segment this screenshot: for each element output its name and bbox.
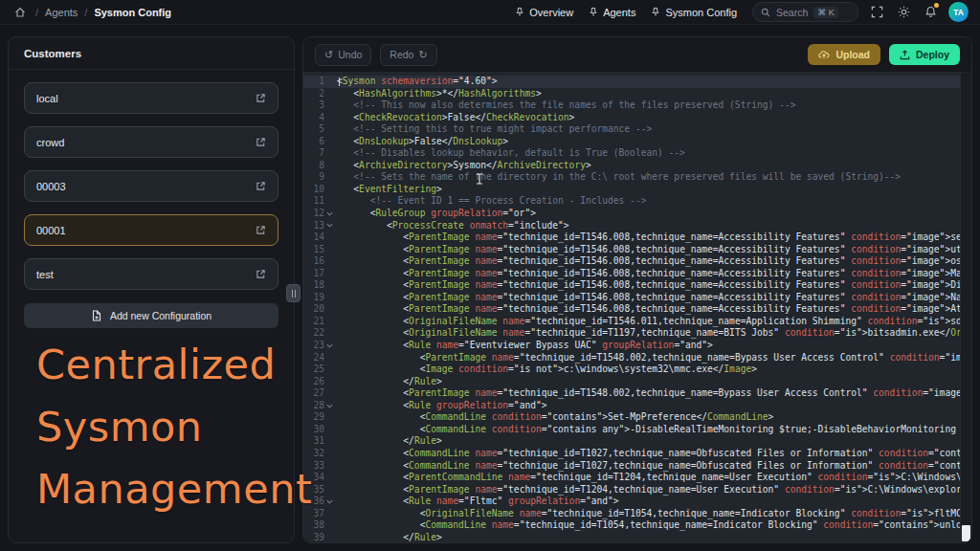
line-number: 21: [303, 316, 324, 328]
code-line[interactable]: 20 <ParentImage name="technique_id=T1546…: [303, 303, 971, 316]
code-line[interactable]: 15 <ParentImage name="technique_id=T1546…: [303, 244, 971, 256]
quick-link-overview[interactable]: Overview: [515, 7, 573, 18]
code-line[interactable]: 18 <ParentImage name="technique_id=T1546…: [303, 279, 971, 292]
customer-card-00003[interactable]: 00003: [24, 170, 278, 202]
line-number: 4: [303, 112, 324, 124]
line-number: 8: [303, 160, 324, 172]
fold-spacer: [324, 136, 335, 148]
upload-button[interactable]: Upload: [808, 44, 880, 65]
code-line[interactable]: 32 <CommandLine name="technique_id=T1027…: [303, 448, 971, 460]
code-line[interactable]: 12 <RuleGroup groupRelation="or">: [303, 208, 971, 220]
code-line[interactable]: 36 <Rule name="Fltmc" groupRelation="and…: [303, 496, 971, 508]
editor-scrollbar-thumb[interactable]: [962, 525, 970, 541]
line-number: 5: [303, 123, 324, 136]
line-number: 12: [303, 208, 324, 220]
customer-card-crowd[interactable]: crowd: [24, 126, 278, 158]
code-line[interactable]: 37 <OriginalFileName name="technique_id=…: [303, 508, 971, 520]
quick-link-sysmon-config[interactable]: Sysmon Config: [651, 7, 737, 18]
code-line[interactable]: 10 <EventFiltering>: [303, 184, 971, 196]
customer-card-local[interactable]: local: [24, 82, 278, 114]
fold-chevron-icon[interactable]: [324, 220, 335, 232]
code-line-content: <CommandLine name="technique_id=T1027,te…: [335, 460, 971, 473]
code-line[interactable]: 17 <ParentImage name="technique_id=T1546…: [303, 268, 971, 280]
search-input[interactable]: Search ⌘ K: [752, 2, 858, 22]
line-number: 2: [303, 88, 324, 100]
code-line[interactable]: 27 <ParentImage name="technique_id=T1548…: [303, 387, 971, 400]
undo-button[interactable]: ↺ Undo: [315, 44, 371, 66]
code-line-content: <ParentImage name="technique_id=T1546.00…: [335, 244, 971, 256]
code-line[interactable]: 7 <!-- Disables lookup behavior, default…: [303, 147, 971, 160]
external-link-icon[interactable]: [256, 181, 266, 191]
code-line[interactable]: 38 <CommandLine name="technique_id=T1054…: [303, 519, 971, 532]
fold-chevron-icon[interactable]: [324, 208, 335, 220]
notifications-bell-icon[interactable]: [922, 4, 939, 21]
code-line[interactable]: 24 <ParentImage name="technique_id=T1548…: [303, 352, 971, 364]
code-line-content: <ParentImage name="technique_id=T1546.00…: [335, 231, 971, 244]
code-line-content: <CommandLine name="technique_id=T1054,te…: [335, 519, 971, 532]
code-line[interactable]: 3 <!-- This now also determines the file…: [303, 99, 971, 112]
home-icon[interactable]: [11, 4, 29, 21]
code-line[interactable]: 29 <CommandLine condition="contains">Set…: [303, 411, 971, 424]
fold-chevron-icon[interactable]: [324, 340, 335, 352]
code-line[interactable]: 16 <ParentImage name="technique_id=T1546…: [303, 255, 971, 268]
external-link-icon[interactable]: [256, 93, 266, 103]
code-line[interactable]: 28 <Rule groupRelation="and">: [303, 400, 971, 412]
code-line[interactable]: 1<Sysmon schemaversion="4.60">: [303, 76, 971, 88]
line-number: 7: [303, 147, 324, 160]
overlay-line-3: Management: [36, 458, 312, 520]
add-configuration-label: Add new Configuration: [110, 310, 212, 321]
code-line[interactable]: 5 <!-- Setting this to true might impact…: [303, 123, 971, 136]
add-configuration-button[interactable]: Add new Configuration: [24, 303, 278, 328]
code-line[interactable]: 13 <ProcessCreate onmatch="include">: [303, 220, 971, 232]
code-line[interactable]: 39 </Rule>: [303, 532, 971, 542]
code-line[interactable]: 21 <OriginalFileName name="technique_id=…: [303, 316, 971, 328]
code-line-content: <CommandLine condition="contains any">-D…: [335, 424, 971, 436]
external-link-icon[interactable]: [256, 225, 266, 235]
customer-name: crowd: [36, 137, 64, 148]
code-line[interactable]: 30 <CommandLine condition="contains any"…: [303, 424, 971, 436]
line-number: 17: [303, 268, 324, 280]
code-line[interactable]: 22 <OriginalFileName name="technique_id=…: [303, 327, 971, 340]
code-line[interactable]: 26 </Rule>: [303, 376, 971, 388]
code-line[interactable]: 25 <Image condition="is not">c:\windows\…: [303, 364, 971, 376]
line-number: 15: [303, 244, 324, 256]
code-line[interactable]: 33 <CommandLine name="technique_id=T1027…: [303, 460, 971, 473]
fold-spacer: [324, 532, 335, 542]
code-line[interactable]: 8 <ArchiveDirectory>Sysmon</ArchiveDirec…: [303, 160, 971, 172]
external-link-icon[interactable]: [256, 137, 266, 147]
code-line-content: <CommandLine condition="contains">Set-Mp…: [335, 411, 971, 424]
code-line[interactable]: 14 <ParentImage name="technique_id=T1546…: [303, 231, 971, 244]
code-line[interactable]: 9 <!-- Sets the name of the directory in…: [303, 171, 971, 184]
code-line[interactable]: 6 <DnsLookup>False</DnsLookup>: [303, 136, 971, 148]
theme-sun-icon[interactable]: [895, 4, 912, 21]
code-line[interactable]: 4 <CheckRevocation>False</CheckRevocatio…: [303, 112, 971, 124]
code-line[interactable]: 31 </Rule>: [303, 435, 971, 448]
code-line-content: <HashAlgorithms>*</HashAlgorithms>: [335, 88, 971, 100]
code-line[interactable]: 34 <ParentCommandLine name="technique_id…: [303, 472, 971, 484]
line-number: 16: [303, 255, 324, 268]
panel-resize-handle[interactable]: [286, 284, 301, 302]
fold-chevron-icon[interactable]: [324, 400, 335, 412]
code-line[interactable]: 11 <!-- Event ID 1 == Process Creation -…: [303, 195, 971, 208]
redo-button[interactable]: Redo ↻: [380, 44, 436, 66]
breadcrumb-agents[interactable]: Agents: [45, 7, 78, 18]
editor-scrollbar[interactable]: [960, 73, 971, 542]
code-line[interactable]: 2 <HashAlgorithms>*</HashAlgorithms>: [303, 88, 971, 100]
external-link-icon[interactable]: [256, 269, 266, 279]
code-line[interactable]: 19 <ParentImage name="technique_id=T1546…: [303, 292, 971, 304]
code-line[interactable]: 35 <ParentImage name="technique_id=T1204…: [303, 484, 971, 496]
customer-card-test[interactable]: test: [24, 258, 278, 290]
quick-link-agents[interactable]: Agents: [589, 7, 635, 18]
fold-spacer: [324, 279, 335, 292]
fullscreen-icon[interactable]: [868, 4, 885, 21]
code-editor[interactable]: 1<Sysmon schemaversion="4.60">2 <HashAlg…: [303, 73, 971, 542]
config-editor-panel: ↺ Undo Redo ↻ Upload Deploy 1<: [302, 36, 972, 543]
code-line-content: <ArchiveDirectory>Sysmon</ArchiveDirecto…: [335, 160, 971, 172]
fold-chevron-icon[interactable]: [324, 496, 335, 508]
code-line[interactable]: 23 <Rule name="Eventviewer Bypass UAC" g…: [303, 340, 971, 352]
line-number: 1: [303, 76, 324, 88]
fold-spacer: [324, 327, 335, 340]
deploy-button[interactable]: Deploy: [889, 44, 960, 65]
avatar[interactable]: TA: [948, 2, 969, 22]
customer-card-00001[interactable]: 00001: [24, 214, 278, 246]
